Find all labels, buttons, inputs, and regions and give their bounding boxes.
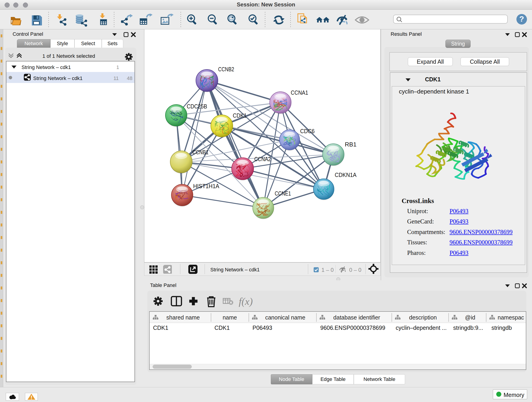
svg-text:name: name (223, 314, 237, 321)
svg-text:RB1: RB1 (345, 141, 356, 148)
svg-text:CCNA2: CCNA2 (254, 156, 271, 162)
svg-text:namespac: namespac (498, 314, 524, 321)
svg-text:database identifier: database identifier (333, 314, 380, 321)
svg-text:f(x): f(x) (239, 296, 253, 307)
svg-text:@id: @id (465, 314, 475, 321)
svg-text:CDC6: CDC6 (300, 128, 315, 134)
svg-text:CCNB1: CCNB1 (192, 149, 209, 156)
svg-text:CCNE1: CCNE1 (275, 190, 291, 197)
svg-text:CCNA1: CCNA1 (291, 89, 308, 96)
svg-text:shared name: shared name (166, 314, 200, 321)
svg-text:HIST1H1A: HIST1H1A (193, 183, 220, 190)
svg-text:description: description (409, 314, 437, 321)
svg-text:canonical name: canonical name (265, 314, 305, 321)
svg-text:CDK1: CDK1 (233, 112, 247, 119)
svg-text:CCNB2: CCNB2 (218, 66, 234, 73)
svg-text:CDC25B: CDC25B (187, 103, 207, 110)
svg-text:CDKN1A: CDKN1A (335, 172, 357, 178)
